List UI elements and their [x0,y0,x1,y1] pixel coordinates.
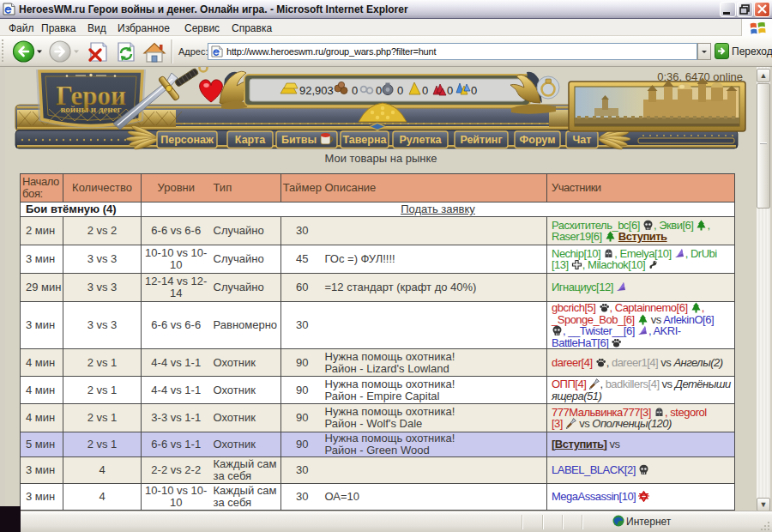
svg-text:Таверна: Таверна [343,134,388,146]
svg-text:Чат: Чат [573,134,592,146]
svg-text:Персонаж: Персонаж [160,134,214,146]
svg-text:Карта: Карта [235,134,266,146]
svg-text:Рейтинг: Рейтинг [460,134,502,146]
svg-text:92,903: 92,903 [299,84,334,97]
svg-text:0: 0 [352,84,358,97]
svg-text:Рулетка: Рулетка [399,134,442,146]
svg-text:0: 0 [376,84,382,97]
svg-text:0: 0 [447,84,453,97]
svg-text:0: 0 [397,84,403,97]
svg-text:войны и денег: войны и денег [60,104,121,114]
svg-text:Форум: Форум [520,134,556,146]
svg-text:0: 0 [422,84,428,97]
svg-text:Битвы: Битвы [281,134,317,146]
svg-text:0: 0 [471,84,477,97]
